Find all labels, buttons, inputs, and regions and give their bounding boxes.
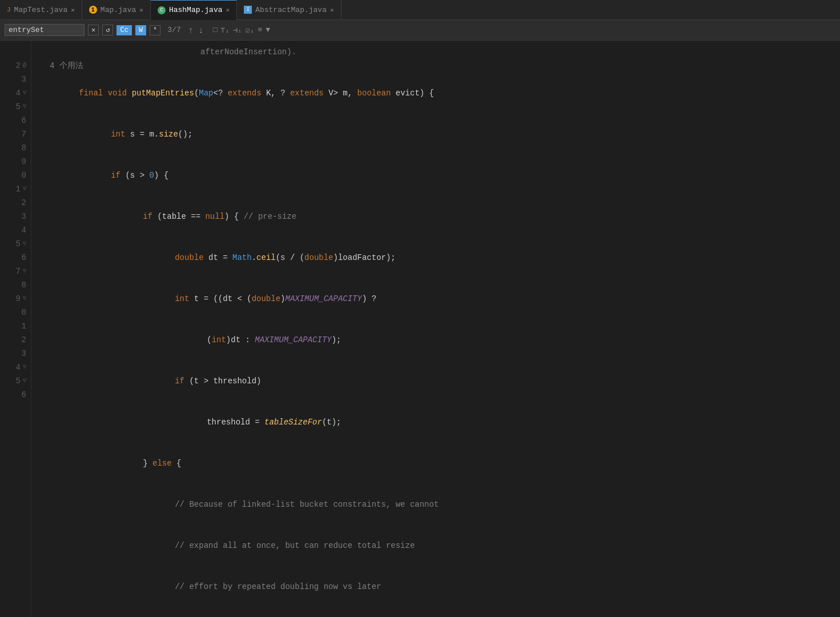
line-num-7: 7: [5, 127, 26, 141]
tab-map[interactable]: 1 Map.java ✕: [82, 0, 151, 20]
fold-5[interactable]: ▽: [23, 100, 26, 114]
tab-map-badge: 1: [89, 6, 97, 14]
code-line-11: } else {: [31, 443, 840, 484]
line-num-18: 8: [5, 278, 26, 292]
maptest-icon: J: [7, 6, 11, 13]
tab-bar: J MapTest.java ✕ 1 Map.java ✕ C HashMap.…: [0, 0, 840, 20]
fold-19[interactable]: ▽: [23, 292, 26, 306]
line-num-prev: [5, 45, 26, 59]
fold-11[interactable]: ▽: [23, 182, 26, 196]
tab-abstractmap-label: AbstractMap.java: [255, 6, 327, 14]
search-undo-btn[interactable]: ↺: [102, 25, 113, 35]
line-num-22: 2: [5, 333, 26, 347]
search-icons: □ ⊤ᵢ ⊣ᵢ ☑ᵢ ≡ ▼: [213, 26, 270, 35]
fold-15[interactable]: ▽: [23, 237, 26, 251]
line-num-24: 4 ▽: [5, 360, 26, 374]
tab-abstractmap[interactable]: I AbstractMap.java ✕: [237, 0, 341, 20]
line-num-23: 3: [5, 347, 26, 360]
code-line-2: final void putMapEntries(Map<? extends K…: [31, 73, 840, 114]
code-line-13: // expand all at once, but can reduce to…: [31, 525, 840, 566]
code-line-6: double dt = Math.ceil(s / (double)loadFa…: [31, 237, 840, 278]
code-line-9: if (t > threshold): [31, 360, 840, 402]
code-line-12: // Because of linked-list bucket constra…: [31, 484, 840, 525]
code-line-8: (int)dt : MAXIMUM_CAPACITY);: [31, 319, 840, 360]
line-num-6: 6: [5, 114, 26, 127]
search-clear-btn[interactable]: ✕: [88, 25, 99, 35]
code-line-10: threshold = tableSizeFor(t);: [31, 402, 840, 443]
code-line-15: while (s > threshold && table.length < M…: [31, 607, 840, 617]
fold-4[interactable]: ▽: [23, 86, 26, 100]
code-line-prev: afterNodeInsertion).: [31, 45, 840, 59]
line-num-20: 0: [5, 306, 26, 319]
tab-hashmap-close[interactable]: ✕: [226, 6, 230, 14]
tab-abstractmap-close[interactable]: ✕: [330, 6, 334, 14]
search-input[interactable]: [5, 24, 85, 36]
code-line-4: if (s > 0) {: [31, 155, 840, 196]
tab-abstractmap-icon: I: [244, 6, 252, 14]
editor: 2 @ 3 4 ▽ 5 ▽ 6 7 8 9 0 1 ▽ 2 3 4 5 ▽ 6 …: [0, 41, 840, 617]
fold-24[interactable]: ▽: [23, 360, 26, 374]
tab-map-label: Map.java: [101, 6, 136, 14]
search-count: 3/7: [167, 26, 180, 34]
line-num-10: 0: [5, 169, 26, 182]
search-prev-btn[interactable]: ↑: [187, 25, 195, 35]
search-word-btn[interactable]: W: [135, 25, 146, 35]
line-num-8: 8: [5, 141, 26, 155]
search-icon-list[interactable]: ≡: [258, 26, 262, 35]
fold-2[interactable]: @: [23, 59, 26, 73]
search-cc-btn[interactable]: Cc: [116, 25, 131, 35]
line-num-25: 5 ▽: [5, 374, 26, 388]
search-icon-box[interactable]: □: [213, 26, 218, 35]
line-num-5: 5 ▽: [5, 100, 26, 114]
tab-maptest-label: MapTest.java: [14, 6, 68, 14]
tab-map-close[interactable]: ✕: [139, 6, 143, 14]
code-line-14: // effort by repeated doubling now vs la…: [31, 566, 840, 607]
line-num-17: 7 ▽: [5, 265, 26, 278]
code-line-5: if (table == null) { // pre-size: [31, 196, 840, 237]
search-icon-indent[interactable]: ⊤ᵢ: [221, 26, 230, 35]
line-num-4: 4 ▽: [5, 86, 26, 100]
line-num-13: 3: [5, 210, 26, 223]
line-numbers: 2 @ 3 4 ▽ 5 ▽ 6 7 8 9 0 1 ▽ 2 3 4 5 ▽ 6 …: [0, 41, 31, 617]
line-num-15: 5 ▽: [5, 237, 26, 251]
line-num-11: 1 ▽: [5, 182, 26, 196]
line-num-2: 2 @: [5, 59, 26, 73]
tab-maptest-close[interactable]: ✕: [71, 6, 75, 14]
search-icon-filter[interactable]: ▼: [266, 26, 270, 35]
search-nav: ↑ ↓: [187, 25, 205, 35]
usage-label-line: 4 个用法: [31, 59, 840, 73]
line-num-3: 3: [5, 73, 26, 86]
code-area[interactable]: afterNodeInsertion). 4 个用法 final void pu…: [31, 41, 840, 617]
tab-maptest[interactable]: J MapTest.java ✕: [0, 0, 82, 20]
tab-hashmap-icon: C: [158, 6, 166, 14]
line-num-26: 6: [5, 388, 26, 402]
search-icon-match[interactable]: ☑ᵢ: [246, 26, 255, 35]
fold-17[interactable]: ▽: [23, 265, 26, 278]
search-regex-btn[interactable]: *: [150, 25, 160, 35]
search-bar: ✕ ↺ Cc W * 3/7 ↑ ↓ □ ⊤ᵢ ⊣ᵢ ☑ᵢ ≡ ▼: [0, 20, 840, 41]
code-line-3: int s = m.size();: [31, 114, 840, 155]
line-num-12: 2: [5, 196, 26, 210]
search-icon-dedent[interactable]: ⊣ᵢ: [233, 26, 242, 35]
line-num-14: 4: [5, 223, 26, 237]
usages-label: 4 个用法: [41, 59, 83, 73]
line-num-16: 6: [5, 251, 26, 265]
tab-hashmap-label: HashMap.java: [169, 6, 223, 14]
fold-25[interactable]: ▽: [23, 374, 26, 388]
line-num-19: 9 ▽: [5, 292, 26, 306]
line-num-9: 9: [5, 155, 26, 169]
tab-hashmap[interactable]: C HashMap.java ✕: [151, 0, 237, 20]
code-line-7: int t = ((dt < (double)MAXIMUM_CAPACITY)…: [31, 278, 840, 319]
line-num-21: 1: [5, 319, 26, 333]
search-next-btn[interactable]: ↓: [197, 25, 205, 35]
